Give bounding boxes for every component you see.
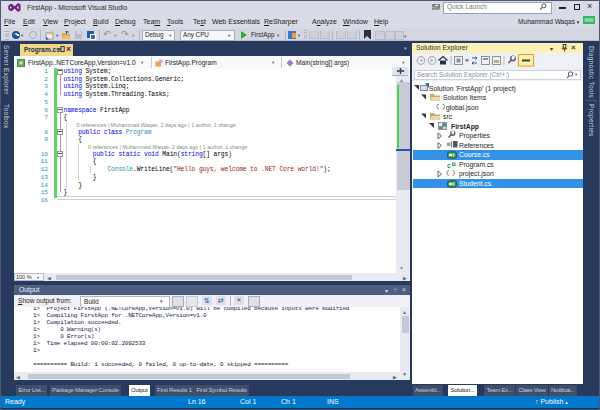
- svg-text:c: c: [447, 161, 451, 168]
